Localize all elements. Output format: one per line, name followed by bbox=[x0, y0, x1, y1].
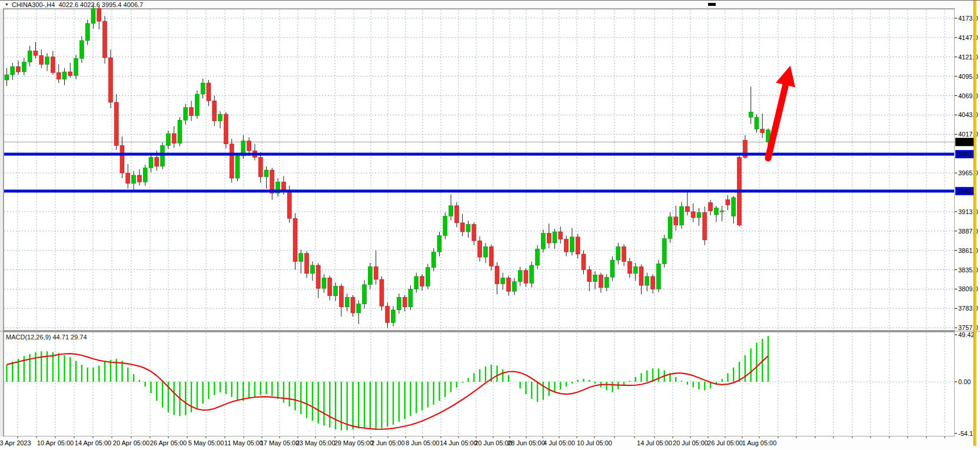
candle-body bbox=[207, 83, 211, 101]
candle-body bbox=[408, 289, 413, 306]
candle-body bbox=[322, 278, 326, 288]
candle-body bbox=[184, 108, 188, 121]
level-line[interactable] bbox=[4, 189, 954, 192]
candle-body bbox=[691, 212, 695, 218]
candle-body bbox=[627, 262, 632, 274]
candle-body bbox=[426, 268, 430, 286]
chart-canvas[interactable]: 4173.04147.04121.04095.04069.04043.04017… bbox=[0, 1, 980, 450]
candle-body bbox=[478, 241, 482, 257]
candle-body bbox=[443, 216, 447, 235]
candle-body bbox=[403, 297, 407, 306]
candle-body bbox=[305, 254, 309, 274]
candle-body bbox=[172, 134, 176, 143]
candle-body bbox=[224, 114, 228, 144]
candle-body bbox=[512, 282, 516, 291]
candle-body bbox=[397, 297, 401, 310]
window-edge-highlight bbox=[974, 1, 976, 446]
candle-body bbox=[582, 254, 586, 270]
date-tick-label: 14 Jul 05:00 bbox=[637, 439, 672, 446]
candle-body bbox=[126, 173, 130, 184]
candle-body bbox=[287, 190, 291, 218]
candle-body bbox=[697, 212, 701, 218]
candle-body bbox=[11, 66, 15, 75]
date-tick-label: 26 Jul 05:00 bbox=[707, 439, 743, 446]
candle-body bbox=[334, 286, 338, 295]
candle-body bbox=[143, 168, 147, 182]
candle-body bbox=[310, 265, 314, 274]
candle-body bbox=[420, 276, 424, 286]
candle-body bbox=[547, 234, 551, 243]
candle-body bbox=[190, 108, 194, 116]
date-tick-label: 3 Apr 2023 bbox=[0, 439, 31, 446]
candle-body bbox=[328, 278, 332, 295]
candle-body bbox=[656, 264, 660, 289]
candle-body bbox=[386, 306, 390, 323]
candle-body bbox=[380, 279, 384, 306]
candle-body bbox=[264, 170, 268, 176]
candle-body bbox=[564, 239, 569, 252]
candle-body bbox=[709, 203, 713, 211]
macd-indicator-label: MACD(12,26,9) 44.71 29.74 bbox=[6, 334, 87, 341]
candle-body bbox=[622, 246, 626, 261]
candle-body bbox=[749, 112, 753, 117]
candle-body bbox=[351, 297, 355, 313]
date-tick-label: 5 May 05:00 bbox=[188, 439, 224, 446]
candle-body bbox=[391, 310, 396, 323]
candle-body bbox=[293, 218, 297, 261]
candle-body bbox=[616, 246, 620, 260]
candle-body bbox=[726, 200, 730, 205]
candle-body bbox=[235, 156, 240, 178]
candle-body bbox=[720, 211, 724, 212]
candle-body bbox=[149, 158, 153, 168]
candle-body bbox=[166, 134, 170, 145]
macd-pane[interactable] bbox=[4, 332, 955, 436]
candle-body bbox=[570, 237, 574, 252]
date-tick-label: 10 Jul 05:00 bbox=[577, 439, 612, 446]
candle-body bbox=[530, 265, 534, 283]
candle-body bbox=[57, 72, 61, 79]
candle-body bbox=[639, 266, 643, 285]
date-tick-label: 14 Jun 05:00 bbox=[440, 439, 477, 446]
candle-body bbox=[651, 276, 655, 289]
candle-body bbox=[732, 198, 736, 216]
candle-body bbox=[501, 278, 505, 284]
date-tick-label: 1 Aug 05:00 bbox=[742, 439, 777, 446]
candle-body bbox=[599, 275, 603, 288]
candle-body bbox=[454, 206, 459, 223]
candle-body bbox=[431, 252, 436, 268]
level-line[interactable] bbox=[4, 153, 954, 156]
candle-body bbox=[339, 286, 343, 306]
candle-body bbox=[483, 246, 487, 257]
candle-body bbox=[91, 9, 95, 24]
candle-body bbox=[674, 217, 678, 225]
candle-body bbox=[460, 223, 464, 232]
candle-body bbox=[553, 232, 557, 243]
candle-body bbox=[218, 114, 222, 121]
candle-body bbox=[79, 41, 84, 58]
date-tick-label: 20 Jun 05:00 bbox=[474, 439, 512, 446]
date-tick-label: 17 May 05:00 bbox=[260, 439, 300, 446]
candle-body bbox=[507, 278, 511, 291]
candle-body bbox=[755, 117, 759, 129]
candle-body bbox=[518, 271, 522, 282]
candle-body bbox=[28, 51, 32, 62]
candle-body bbox=[466, 224, 470, 232]
candle-body bbox=[108, 58, 112, 102]
candle-body bbox=[230, 144, 234, 178]
candle-body bbox=[593, 275, 597, 281]
candle-body bbox=[703, 212, 707, 240]
candle-body bbox=[120, 145, 124, 173]
date-tick-label: 23 May 05:00 bbox=[296, 439, 335, 446]
candle-body bbox=[68, 72, 72, 75]
candle-body bbox=[604, 277, 609, 288]
candle-body bbox=[374, 266, 378, 279]
candle-body bbox=[39, 55, 44, 64]
candle-body bbox=[714, 208, 718, 215]
candle-body bbox=[16, 66, 21, 72]
date-tick-label: 11 May 05:00 bbox=[224, 439, 263, 446]
candle-body bbox=[363, 285, 367, 304]
macd-tick-label: 0.00 bbox=[958, 378, 971, 385]
candle-body bbox=[495, 266, 499, 284]
candle-body bbox=[536, 249, 540, 265]
candle-body bbox=[357, 304, 361, 313]
